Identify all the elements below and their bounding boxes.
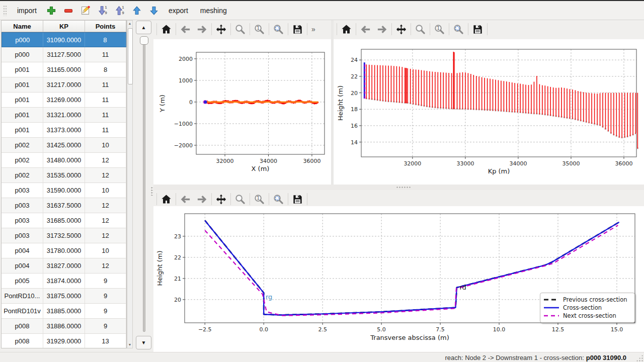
table-row[interactable]: p00031127.500011 <box>2 47 126 62</box>
forward-button[interactable] <box>194 22 210 37</box>
table-row[interactable]: p00031090.00008 <box>2 32 126 47</box>
save-button[interactable] <box>469 22 486 37</box>
app-window: import 1 9 1 9 <box>0 0 644 362</box>
home-button[interactable] <box>158 192 175 207</box>
table-row[interactable]: p00131165.00008 <box>2 62 126 77</box>
forward-icon <box>196 24 208 35</box>
zoom-fit-button[interactable] <box>450 22 467 37</box>
table-scrollbar[interactable]: ▲ ▼ <box>127 20 133 348</box>
zoom-button[interactable] <box>232 192 249 207</box>
table-row[interactable]: p00131217.000011 <box>2 77 126 93</box>
plan-plot-canvas[interactable]: 320003400036000200010000−1000−2000X (m)Y… <box>153 39 331 185</box>
cross-section-slider-thumb[interactable] <box>140 36 148 45</box>
table-row[interactable]: p00231535.000012 <box>2 168 126 183</box>
table-row[interactable]: p00531874.00009 <box>2 274 126 289</box>
back-button[interactable] <box>177 192 194 207</box>
zoom-one-button[interactable]: 1 <box>251 192 268 207</box>
save-button[interactable] <box>289 22 306 37</box>
points-cell: 12 <box>85 153 126 167</box>
points-cell: 9 <box>85 319 126 333</box>
zoom-one-button[interactable]: 1 <box>431 22 448 37</box>
scroll-up-icon[interactable]: ▲ <box>127 21 132 27</box>
table-row[interactable]: p00131373.000011 <box>2 123 126 138</box>
meshing-button[interactable]: meshing <box>194 4 233 18</box>
kp-cell: 31090.0000 <box>43 33 85 47</box>
previous-cross-section-button[interactable]: ▲ <box>136 21 151 34</box>
svg-text:5.0: 5.0 <box>377 326 386 333</box>
forward-button[interactable] <box>374 22 390 37</box>
table-scrollbar-thumb[interactable] <box>128 28 133 84</box>
toolbar-separator <box>211 193 212 205</box>
pan-button[interactable] <box>393 22 410 37</box>
profile-plot-canvas[interactable]: 3200033000340003500036000141618202224Kp … <box>334 39 644 185</box>
save-icon <box>292 24 303 35</box>
table-row[interactable]: p00331590.000010 <box>2 183 126 198</box>
svg-text:33000: 33000 <box>456 160 474 167</box>
table-row[interactable]: p00431827.000012 <box>2 258 126 274</box>
export-button[interactable]: export <box>163 4 194 18</box>
svg-text:9: 9 <box>122 11 124 15</box>
name-cell: p008 <box>2 334 43 348</box>
sort-ascending-button[interactable]: 1 9 <box>111 3 128 18</box>
table-row[interactable]: p00131321.000011 <box>2 108 126 123</box>
table-row[interactable]: p00331685.000012 <box>2 213 126 228</box>
zoom-fit-button[interactable] <box>270 192 287 207</box>
zoom-button[interactable] <box>412 22 429 37</box>
import-button[interactable]: import <box>11 4 43 18</box>
edit-cross-section-button[interactable] <box>77 3 94 18</box>
horizontal-splitter[interactable] <box>153 185 644 190</box>
table-row[interactable]: p00831929.000013 <box>2 334 126 348</box>
forward-button[interactable] <box>194 192 210 207</box>
move-up-button[interactable] <box>128 3 145 18</box>
back-button[interactable] <box>177 22 194 37</box>
svg-text:1: 1 <box>257 26 260 31</box>
move-down-button[interactable] <box>145 3 163 18</box>
name-cell: p003 <box>2 228 43 243</box>
arrow-up-icon <box>132 6 142 16</box>
toolbar-overflow-button[interactable]: » <box>308 25 318 33</box>
main-toolbar: import 1 9 1 9 <box>0 0 644 20</box>
save-button[interactable] <box>289 192 306 207</box>
svg-text:rg: rg <box>266 293 272 301</box>
remove-cross-section-button[interactable] <box>60 3 77 18</box>
cross-section-slider-track[interactable] <box>143 40 145 332</box>
table-row[interactable]: p00231425.000010 <box>2 138 126 153</box>
table-row[interactable]: p00231480.000012 <box>2 153 126 168</box>
zoom-icon <box>234 194 246 205</box>
toolbar-drag-handle[interactable] <box>3 5 7 16</box>
left-splitter-handle[interactable] <box>151 187 153 196</box>
table-row[interactable]: PontRD10...31875.00009 <box>2 289 126 304</box>
table-row[interactable]: PontRD101v31885.00009 <box>2 304 126 319</box>
next-cross-section-button[interactable]: ▼ <box>136 336 151 349</box>
zoom-fit-button[interactable] <box>270 22 287 37</box>
name-cell: PontRD101v <box>2 304 43 318</box>
section-plot-canvas[interactable]: −2.50.02.55.07.510.012.515.020212223Tran… <box>153 206 644 352</box>
zoom-button[interactable] <box>232 22 249 37</box>
pan-button[interactable] <box>213 192 229 207</box>
resize-grip-icon[interactable] <box>636 354 643 361</box>
pan-button[interactable] <box>213 22 229 37</box>
column-header-points[interactable]: Points <box>85 21 126 32</box>
svg-text:10.0: 10.0 <box>493 326 506 333</box>
add-cross-section-button[interactable] <box>43 3 60 18</box>
table-row[interactable]: p00331732.500012 <box>2 228 126 243</box>
home-button[interactable] <box>338 22 355 37</box>
table-row[interactable]: p00131269.000011 <box>2 93 126 108</box>
table-row[interactable]: p00431780.000010 <box>2 243 126 258</box>
svg-text:15.0: 15.0 <box>611 326 623 333</box>
column-header-kp[interactable]: KP <box>43 21 85 32</box>
scroll-down-icon[interactable]: ▼ <box>127 342 132 348</box>
sort-descending-button[interactable]: 1 9 <box>94 3 111 18</box>
status-cross-section: p000 31090.0 <box>586 354 626 361</box>
svg-text:22: 22 <box>174 254 181 261</box>
column-header-name[interactable]: Name <box>2 21 43 32</box>
profile-plot-toolbar: 1 <box>334 20 644 38</box>
home-button[interactable] <box>158 22 175 37</box>
toolbar-separator <box>356 23 356 35</box>
kp-cell: 31269.0000 <box>43 93 85 107</box>
back-button[interactable] <box>357 22 374 37</box>
table-row[interactable]: p00831886.00009 <box>2 319 126 334</box>
table-row[interactable]: p00331637.500012 <box>2 198 126 213</box>
zoom-one-button[interactable]: 1 <box>251 22 268 37</box>
zoom-icon <box>415 24 426 35</box>
